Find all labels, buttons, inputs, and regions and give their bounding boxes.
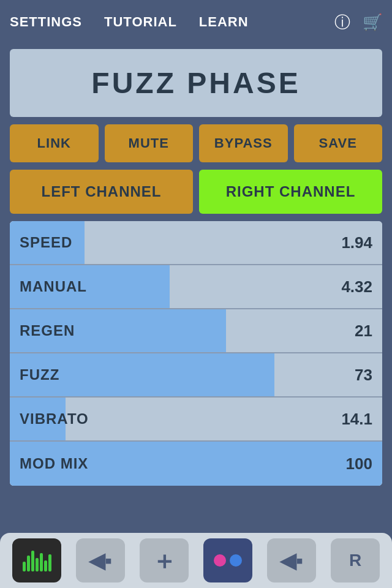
bypass-button[interactable]: BYPASS [199, 124, 288, 162]
link-button[interactable]: LINK [10, 124, 99, 162]
slider-row-fuzz[interactable]: FUZZ73 [10, 353, 382, 398]
sliders-area: SPEED1.94MANUAL4.32REGEN21FUZZ73VIBRATO1… [10, 221, 382, 486]
back-arrow-1-button[interactable]: ◀▪ [76, 538, 125, 582]
back-arrow-2-icon: ◀▪ [280, 548, 303, 573]
channel-row: LEFT CHANNEL RIGHT CHANNEL [10, 170, 382, 214]
slider-label-3: FUZZ [10, 366, 59, 383]
r-label-text: R [349, 551, 361, 570]
waveform-icon [23, 549, 51, 571]
cart-icon[interactable]: 🛒 [363, 13, 382, 32]
slider-row-regen[interactable]: REGEN21 [10, 309, 382, 353]
slider-value-1: 4.32 [341, 277, 372, 296]
tutorial-nav[interactable]: TUTORIAL [104, 14, 177, 30]
slider-value-3: 73 [355, 366, 372, 385]
taskbar: ◀▪ ＋ ◀▪ R [0, 533, 392, 588]
add-button[interactable]: ＋ [140, 538, 189, 582]
page-title: FUZZ PHASE [10, 66, 382, 100]
top-nav: SETTINGS TUTORIAL LEARN ⓘ 🛒 [0, 0, 392, 44]
plus-icon: ＋ [152, 544, 176, 578]
mute-button[interactable]: MUTE [105, 124, 194, 162]
title-area: FUZZ PHASE [10, 49, 382, 117]
slider-row-speed[interactable]: SPEED1.94 [10, 221, 382, 265]
slider-value-5: 100 [346, 454, 372, 473]
slider-value-4: 14.1 [341, 410, 372, 429]
settings-nav[interactable]: SETTINGS [10, 14, 82, 30]
right-channel-button[interactable]: RIGHT CHANNEL [199, 170, 382, 214]
info-icon[interactable]: ⓘ [334, 12, 350, 33]
nav-icons: ⓘ 🛒 [334, 12, 382, 33]
back-arrow-2-button[interactable]: ◀▪ [267, 538, 316, 582]
waveform-app-button[interactable] [12, 538, 61, 582]
save-button[interactable]: SAVE [294, 124, 383, 162]
slider-label-0: SPEED [10, 234, 72, 251]
slider-label-2: REGEN [10, 322, 75, 339]
slider-label-5: MOD MIX [10, 455, 88, 472]
r-button[interactable]: R [331, 538, 380, 582]
flickr-button[interactable] [203, 538, 252, 582]
slider-value-2: 21 [355, 322, 372, 341]
slider-row-manual[interactable]: MANUAL4.32 [10, 265, 382, 309]
back-arrow-1-icon: ◀▪ [89, 548, 112, 573]
button-row: LINK MUTE BYPASS SAVE [10, 124, 382, 162]
slider-value-0: 1.94 [341, 233, 372, 252]
slider-row-mod-mix[interactable]: MOD MIX100 [10, 442, 382, 486]
learn-nav[interactable]: LEARN [199, 14, 249, 30]
slider-label-1: MANUAL [10, 278, 87, 295]
flickr-icon [214, 554, 242, 567]
left-channel-button[interactable]: LEFT CHANNEL [10, 170, 193, 214]
slider-label-4: VIBRATO [10, 410, 89, 428]
slider-row-vibrato[interactable]: VIBRATO14.1 [10, 398, 382, 442]
